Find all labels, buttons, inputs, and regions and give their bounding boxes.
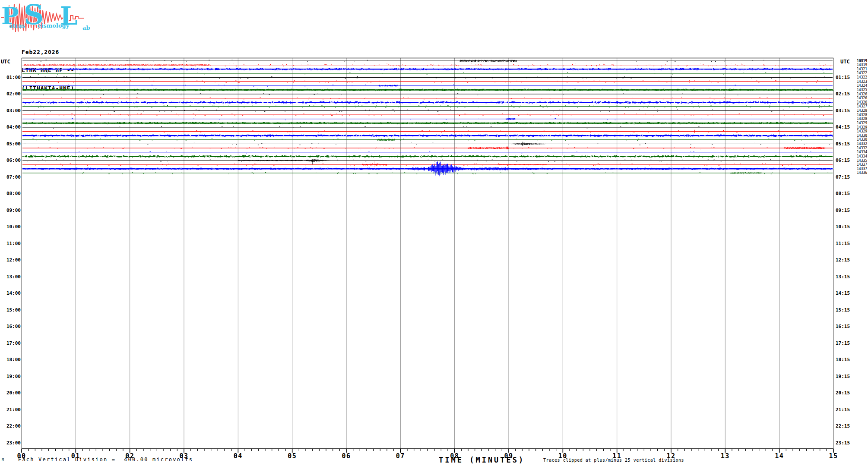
trace-max-value: 14326 [857,92,867,96]
hour-label-left: 18:00 [6,357,21,362]
hour-label-left: 16:00 [6,324,21,329]
minute-label: 14 [775,452,784,460]
hour-label-right: 03:15 [836,108,850,113]
hour-label-right: 02:15 [836,91,850,97]
hour-label-left: 14:00 [6,291,21,296]
trace-max-value: 14327 [857,104,867,108]
trace-max-value: 14337 [857,163,867,167]
trace-max-value: 14330 [857,138,867,142]
trace-max-value: 14329 [857,121,867,125]
trace-max-value: 14322 [857,76,867,79]
minute-label: 05 [288,452,297,460]
hour-label-left: 19:00 [6,374,21,379]
hour-label-left: 21:00 [6,407,21,412]
minute-label: 06 [342,452,351,460]
hour-label-right: 14:15 [836,291,850,296]
hour-label-right: 22:15 [836,424,850,429]
hour-label-right: 20:15 [836,390,850,396]
trace-max-value: 14329 [857,126,867,129]
trace-max-value: 14328 [857,113,867,117]
hour-label-right: 17:15 [836,341,850,346]
hour-label-left: 06:00 [6,158,21,163]
hour-label-left: 23:00 [6,441,21,446]
hour-label-right: 06:15 [836,158,850,163]
x-axis-title: TIME (MINUTES) [439,456,525,464]
trace-max-value: 14323 [857,80,867,84]
hour-label-right: 01:15 [836,75,850,80]
hour-label-left: 02:00 [6,91,21,97]
hour-label-right: 16:15 [836,324,850,329]
helicorder-page: { "logo": { "letters": ["P", "S", "L"], … [0,0,868,466]
clip-note: Traces clipped at plus/minus 25 vertical… [543,458,684,463]
trace-max-value: 14332 [857,146,867,150]
hour-label-left: 11:00 [6,241,21,246]
trace-max-value: 14336 [857,171,867,175]
trace-max-value: 14325 [857,88,867,92]
hour-label-left: 22:00 [6,424,21,429]
hour-label-left: 08:00 [6,191,21,196]
hour-label-left: 05:00 [6,142,21,147]
trace-max-value: 14328 [857,117,867,121]
helicorder-plot [0,0,868,466]
hour-label-left: 04:00 [6,125,21,130]
hour-label-right: 13:15 [836,274,850,280]
hour-label-right: 11:15 [836,241,850,246]
hour-label-left: 13:00 [6,274,21,280]
trace-max-value: 14326 [857,96,867,100]
hour-label-left: 17:00 [6,341,21,346]
hour-label-right: 07:15 [836,175,850,180]
hour-label-left: 10:00 [6,224,21,230]
hour-label-right: 15:15 [836,308,850,313]
corner-mark: M [2,458,4,462]
trace-max-value: 14335 [857,159,867,163]
trace-max-value: 14322 [857,71,867,75]
hour-label-left: 03:00 [6,108,21,113]
trace-max-value: 14321 [857,67,867,71]
hour-label-left: 01:00 [6,75,21,80]
trace-max-value: 14319 [857,63,867,67]
hour-label-right: 19:15 [836,374,850,379]
trace-max-value: 14334 [857,154,867,158]
trace-max-value-overprint: 19819 [857,59,867,63]
hour-label-right: 09:15 [836,208,850,213]
hour-label-right: 10:15 [836,224,850,230]
trace-max-value: 14329 [857,129,867,133]
minute-label: 13 [721,452,730,460]
hour-label-right: 08:15 [836,191,850,196]
hour-label-right: 05:15 [836,142,850,147]
trace-max-value: 14326 [857,101,867,104]
trace-max-value: 14337 [857,167,867,171]
trace-max-value: 14328 [857,109,867,113]
hour-label-right: 21:15 [836,407,850,412]
trace-max-value: 14332 [857,142,867,146]
hour-label-left: 15:00 [6,308,21,313]
hour-label-left: 20:00 [6,390,21,396]
hour-label-right: 12:15 [836,258,850,263]
hour-label-left: 07:00 [6,175,21,180]
hour-label-left: 09:00 [6,208,21,213]
minute-label: 04 [234,452,243,460]
hour-label-right: 23:15 [836,441,850,446]
hour-label-right: 04:15 [836,125,850,130]
trace-max-value: 14330 [857,134,867,138]
minute-label: 07 [396,452,405,460]
hour-label-left: 12:00 [6,258,21,263]
trace-max-value: 14324 [857,84,867,88]
hour-label-right: 18:15 [836,357,850,362]
trace-max-value: 14334 [857,150,867,154]
minute-label: 15 [829,452,838,460]
vertical-division-note: Each Vertical Division = 400.00 microvol… [18,457,193,463]
